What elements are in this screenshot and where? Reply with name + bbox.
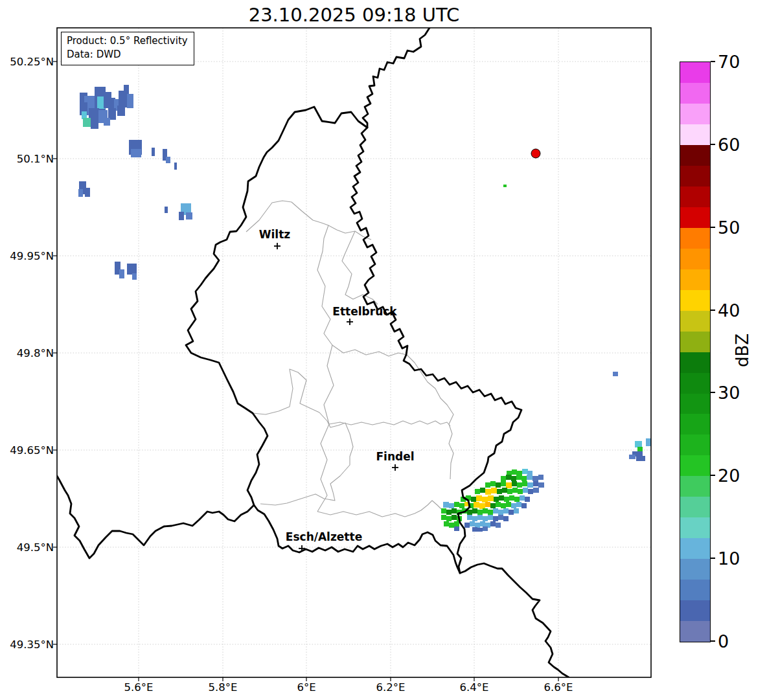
x-tick-label: 6.6°E (544, 681, 573, 694)
radar-echo-cell (503, 516, 509, 521)
radar-echo-cell (186, 212, 192, 220)
radar-echo-cell (483, 526, 488, 531)
radar-echo-cell (464, 523, 470, 528)
radar-echo-cell (454, 521, 459, 526)
radar-echo-cell (533, 481, 538, 486)
radar-echo-cell (494, 497, 499, 502)
colorbar-step (680, 311, 710, 332)
colorbar-tick-label: 0 (718, 631, 729, 651)
city-label-ettelbruck: Ettelbruck (332, 305, 396, 318)
colorbar-tick-label: 40 (718, 300, 740, 320)
radar-echo-cell (512, 488, 518, 493)
radar-echo-cell (512, 481, 517, 486)
radar-echo-cell (472, 527, 477, 532)
radar-echo-cell (511, 503, 516, 508)
city-label-esch-alzette: Esch/Alzette (286, 530, 362, 543)
radar-echo-cell (444, 521, 449, 526)
y-tick-label: 49.65°N (10, 444, 54, 457)
data-source-line: Data: DWD (67, 48, 188, 62)
radar-echo-cell (493, 516, 498, 521)
colorbar-step (680, 538, 710, 559)
colorbar-step (680, 476, 710, 497)
radar-echo-cell (446, 510, 452, 515)
radar-echo-cell (501, 476, 506, 481)
radar-echo-cell (104, 118, 110, 126)
colorbar-tick-mark (711, 144, 715, 145)
radar-echo-cell (476, 495, 482, 501)
radar-echo-cell (496, 523, 501, 528)
y-tick-label: 49.95°N (10, 250, 54, 262)
radar-echo-cell (516, 475, 521, 480)
radar-echo-cell (475, 523, 480, 528)
radar-echo-cell (501, 503, 506, 508)
radar-echo-cell (507, 489, 512, 494)
radar-echo-cell (477, 528, 483, 532)
colorbar-step (680, 228, 710, 249)
radar-echo-cell (441, 508, 446, 514)
radar-echo-cell (472, 516, 477, 521)
radar-echo-cell (636, 456, 645, 461)
y-tick-label: 50.25°N (10, 56, 54, 68)
y-tick-label: 49.5°N (17, 541, 54, 554)
colorbar-step (680, 352, 710, 373)
radar-echo-cell (127, 94, 133, 108)
radar-echo-cell (467, 510, 472, 515)
colorbar-tick-mark (711, 475, 715, 476)
radar-echo-cell (166, 157, 170, 163)
map-frame (57, 28, 651, 677)
radar-echo-cell (483, 508, 488, 514)
colorbar-step (680, 104, 710, 124)
radar-echo-cell (521, 503, 527, 508)
radar-echo-cell (441, 515, 446, 520)
radar-echo-cell (498, 515, 503, 520)
radar-echo-cell (490, 521, 496, 526)
y-tick-label: 49.35°N (10, 638, 54, 651)
radar-echo-cell (528, 489, 533, 494)
city-label-wiltz: Wiltz (259, 228, 290, 241)
radar-echo-cell (480, 488, 485, 493)
radar-echo-cell (485, 482, 490, 488)
x-tick-label: 5.8°E (209, 681, 238, 694)
city-markers (274, 243, 398, 552)
x-tick-label: 6°E (297, 681, 315, 694)
colorbar-step (680, 332, 710, 352)
district-border-line (332, 345, 407, 356)
radar-echo-cell (497, 489, 502, 494)
colorbar-unit-label: dBZ (733, 333, 752, 367)
colorbar-step (680, 621, 710, 642)
district-border-line (329, 421, 450, 426)
radar-echo-cell (506, 475, 511, 480)
colorbar-tick-label: 50 (718, 217, 740, 237)
colorbar-step (680, 414, 710, 435)
radar-echo-cell (518, 489, 523, 494)
radar-site-dot (531, 149, 540, 158)
radar-echo-cell (490, 503, 496, 508)
radar-echo-cell (496, 482, 501, 488)
radar-echo-cell (488, 515, 493, 520)
radar-echo-cell (504, 497, 509, 502)
radar-echo-cell (152, 148, 155, 156)
country-border-line (186, 107, 460, 573)
district-border-line (342, 231, 378, 304)
radar-echo-cell (490, 481, 496, 486)
colorbar-step (680, 145, 710, 166)
radar-echo-cell (479, 503, 485, 509)
radar-echo-cell (506, 502, 511, 507)
radar-echo-cell (454, 502, 459, 507)
colorbar-step (680, 290, 710, 311)
radar-echo-cell (509, 510, 514, 515)
radar-echo-cell (117, 106, 125, 116)
radar-echo-cell (174, 163, 177, 170)
radar-echo-cell (131, 149, 141, 157)
radar-echo-cell (496, 502, 501, 507)
district-border-line (317, 501, 442, 517)
colorbar-tick-label: 20 (718, 466, 740, 486)
x-tick-label: 6.4°E (460, 681, 489, 694)
radar-echo-cell (517, 482, 522, 488)
radar-map-page: 23.10.2025 09:18 UTC Product: 0.5° Refle… (0, 0, 767, 700)
colorbar-step (680, 394, 710, 414)
colorbar-step (680, 186, 710, 207)
radar-echo-cell (512, 469, 517, 475)
gridlines (57, 28, 651, 677)
radar-echo-cell (506, 482, 512, 488)
